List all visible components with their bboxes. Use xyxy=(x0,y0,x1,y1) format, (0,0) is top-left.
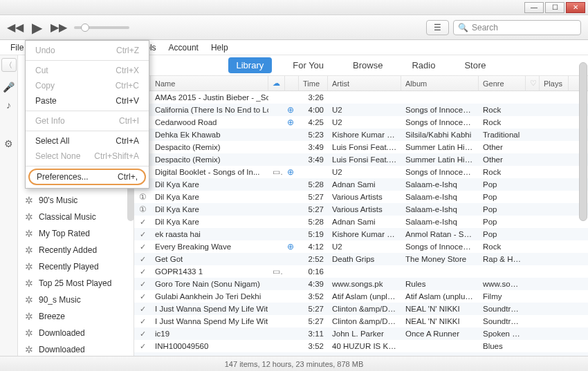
volume-slider[interactable] xyxy=(74,26,129,29)
menuitem-copy: CopyCtrl+C xyxy=(26,78,149,93)
note-icon[interactable]: ♪ xyxy=(6,99,11,111)
tab-radio[interactable]: Radio xyxy=(403,57,443,73)
song-row[interactable]: Digital Booklet - Songs of In...▭⊕U2Song… xyxy=(134,166,588,178)
mini-sidebar: 〈 🎤 ♪ ⚙ xyxy=(0,55,18,356)
search-input[interactable]: 🔍 Search xyxy=(453,20,581,35)
song-row[interactable]: INH1000495603:5240 HUZUR IS KADARBlues xyxy=(134,340,588,352)
song-row[interactable]: Cedarwood Road⊕4:25U2Songs of InnocenceR… xyxy=(134,116,588,129)
playlist-gear-icon: ✲ xyxy=(25,261,33,272)
col-cloud-icon[interactable]: ☁ xyxy=(268,76,285,91)
sidebar-item[interactable]: ✲Downloaded xyxy=(18,341,134,356)
song-row[interactable]: Dil Kya Kare5:28Adnan SamiSalaam-e-IshqP… xyxy=(134,178,588,191)
tab-library[interactable]: Library xyxy=(228,57,273,73)
song-row[interactable]: I Just Wanna Spend My Life With...5:27Cl… xyxy=(134,303,588,315)
prev-track-icon[interactable]: ◀◀ xyxy=(7,21,24,34)
sidebar-item[interactable]: ✲90_s Music xyxy=(18,292,134,308)
status-bar: 147 items, 12 hours, 23 minutes, 878 MB xyxy=(0,356,588,371)
menuitem-select-none: Select NoneCtrl+Shift+A xyxy=(26,149,149,164)
playlist-gear-icon: ✲ xyxy=(25,245,33,256)
gear-icon[interactable]: ⚙ xyxy=(4,138,13,149)
song-row[interactable]: Get Got2:52Death GripsThe Money StoreRap… xyxy=(134,253,588,265)
col-genre[interactable]: Genre xyxy=(479,76,526,91)
playlist-gear-icon: ✲ xyxy=(25,228,33,239)
search-placeholder: Search xyxy=(472,23,498,32)
play-icon[interactable]: ▶ xyxy=(32,19,42,36)
song-row[interactable]: ①Dil Kya Kare5:27Various ArtistsSalaam-e… xyxy=(134,191,588,203)
song-row[interactable]: INH1000509704:18Kishore KumarKishore - T… xyxy=(134,352,588,356)
playlist-gear-icon: ✲ xyxy=(25,278,33,289)
edit-menu-dropdown: UndoCtrl+ZCutCtrl+XCopyCtrl+CPasteCtrl+V… xyxy=(25,40,149,189)
menuitem-cut: CutCtrl+X xyxy=(26,63,149,78)
song-list: AMAs 2015 - Justin Bieber - _Sor...3:26C… xyxy=(134,91,588,356)
window-minimize-button[interactable]: — xyxy=(524,2,544,13)
window-maximize-button[interactable]: ☐ xyxy=(545,2,564,13)
tab-for-you[interactable]: For You xyxy=(284,57,332,73)
menuitem-get-info: Get InfoCtrl+I xyxy=(26,113,149,129)
column-headers: ✓ Name ☁ Time Artist Album Genre ♡ Plays xyxy=(134,76,588,91)
sidebar-item[interactable]: ✲90's Music xyxy=(18,192,134,209)
sidebar-item[interactable]: ✲Breeze xyxy=(18,308,134,325)
main-scrollbar[interactable] xyxy=(579,62,587,221)
song-row[interactable]: AMAs 2015 - Justin Bieber - _Sor...3:26 xyxy=(134,91,588,104)
sidebar-item[interactable]: ✲Recently Played xyxy=(18,258,134,275)
list-view-button[interactable]: ☰ xyxy=(426,20,449,35)
song-row[interactable]: ①Dil Kya Kare5:27Various ArtistsSalaam-e… xyxy=(134,203,588,216)
song-row[interactable]: California (There Is No End to Lo...⊕4:0… xyxy=(134,104,588,116)
song-row[interactable]: GOPR1433 1▭0:16 xyxy=(134,265,588,278)
col-heart-icon[interactable]: ♡ xyxy=(526,76,540,91)
col-plays[interactable]: Plays xyxy=(540,76,569,91)
col-artist[interactable]: Artist xyxy=(328,76,401,91)
music-note-icon[interactable]: 🎤 xyxy=(3,82,15,93)
sidebar-item[interactable]: ✲Classical Music xyxy=(18,209,134,225)
menuitem-paste[interactable]: PasteCtrl+V xyxy=(26,93,149,108)
player-toolbar: ◀◀ ▶ ▶▶ ☰ 🔍 Search xyxy=(0,15,588,40)
song-row[interactable]: ic193:11John L. ParkerOnce A RunnerSpoke… xyxy=(134,327,588,340)
window-titlebar: — ☐ ✕ xyxy=(0,0,588,15)
window-close-button[interactable]: ✕ xyxy=(566,2,585,13)
col-name[interactable]: Name xyxy=(151,76,268,91)
playlist-gear-icon: ✲ xyxy=(25,211,33,222)
tab-browse[interactable]: Browse xyxy=(344,57,391,73)
main-panel: LibraryFor YouBrowseRadioStore ✓ Name ☁ … xyxy=(134,55,588,356)
menu-account[interactable]: Account xyxy=(163,40,205,55)
back-button[interactable]: 〈 xyxy=(1,58,17,72)
menuitem-preferences-[interactable]: Preferences...Ctrl+, xyxy=(28,169,146,185)
song-row[interactable]: Gulabi Aankhein Jo Teri Dekhi3:52Atif As… xyxy=(134,290,588,303)
song-row[interactable]: Despacito (Remix)3:49Luis Fonsi Feat. Da… xyxy=(134,153,588,166)
playlist-gear-icon: ✲ xyxy=(25,311,33,322)
sidebar-item[interactable]: ✲My Top Rated xyxy=(18,225,134,242)
playlist-gear-icon: ✲ xyxy=(25,294,33,305)
sidebar-item[interactable]: ✲Recently Added xyxy=(18,242,134,258)
playback-controls: ◀◀ ▶ ▶▶ xyxy=(7,19,67,36)
menuitem-undo: UndoCtrl+Z xyxy=(26,43,149,58)
song-row[interactable]: Dehka Ek Khawab5:23Kishore Kumar & ...Si… xyxy=(134,129,588,141)
song-row[interactable]: Every Breaking Wave⊕4:12U2Songs of Innoc… xyxy=(134,240,588,253)
next-track-icon[interactable]: ▶▶ xyxy=(50,21,67,34)
playlist-gear-icon: ✲ xyxy=(25,344,33,355)
song-row[interactable]: Goro Tore Nain (Sonu Nigam)4:39www.songs… xyxy=(134,278,588,290)
search-icon: 🔍 xyxy=(458,23,468,32)
playlist-gear-icon: ✲ xyxy=(25,327,33,339)
col-time[interactable]: Time xyxy=(299,76,328,91)
tab-store[interactable]: Store xyxy=(456,57,494,73)
nav-tabs: LibraryFor YouBrowseRadioStore xyxy=(134,55,588,76)
playlist-gear-icon: ✲ xyxy=(25,195,33,206)
song-row[interactable]: Despacito (Remix)3:49Luis Fonsi Feat. Da… xyxy=(134,141,588,153)
song-row[interactable]: Dil Kya Kare5:28Adnan SamiSalaam-e-IshqP… xyxy=(134,216,588,228)
song-row[interactable]: ek raasta hai5:19Kishore Kumar & L...Anm… xyxy=(134,228,588,240)
menuitem-select-all[interactable]: Select AllCtrl+A xyxy=(26,133,149,149)
song-row[interactable]: I Just Wanna Spend My Life With...5:27Cl… xyxy=(134,315,588,327)
sidebar-item[interactable]: ✲Downloaded xyxy=(18,325,134,341)
col-album[interactable]: Album xyxy=(401,76,479,91)
sidebar-item[interactable]: ✲Top 25 Most Played xyxy=(18,275,134,292)
menu-help[interactable]: Help xyxy=(205,40,235,55)
